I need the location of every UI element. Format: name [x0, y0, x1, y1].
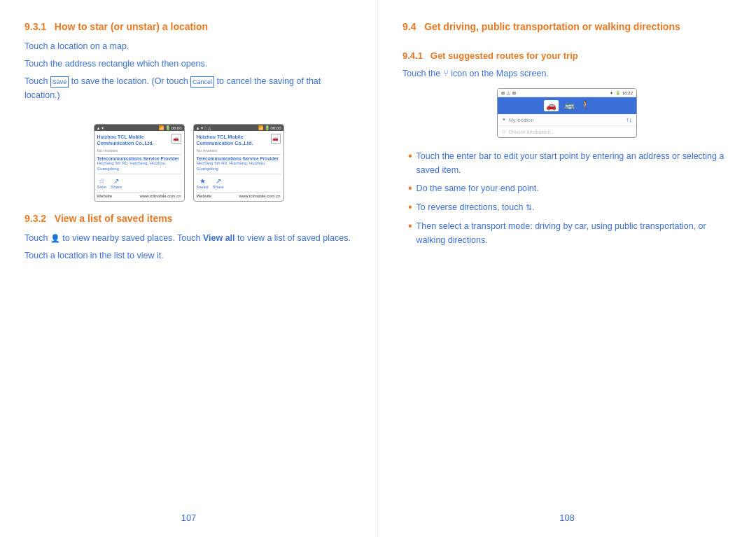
nav-status-bar: ⊠ △ ⊠ ✦ 🔋 16:22: [498, 89, 636, 97]
step-2: Touch the address rectangle which then o…: [24, 57, 353, 71]
right-page: 9.4 Get driving, public transportation o…: [378, 0, 756, 537]
bullet-2: • Do the same for your end point.: [408, 181, 732, 196]
phone-mockup-1: ▲ ▾ 📶 🔋 08:00 Huizhou TCL Mobile Communi…: [94, 124, 185, 202]
nav-destination: ○ Choose destination...: [498, 126, 636, 137]
section-931: 9.3.1 How to star (or unstar) a location…: [24, 21, 353, 106]
status-bar-2: ▲ ▾ □ △ 📶 🔋 08:00: [194, 125, 284, 131]
section-941-intro: Touch the ⑂ icon on the Maps screen.: [402, 67, 732, 81]
section-94: 9.4 Get driving, public transportation o…: [402, 21, 732, 39]
page-number-right: 108: [559, 512, 575, 523]
nav-transport-row: 🚗 🚌 🚶: [498, 97, 636, 114]
bus-transport-icon: 🚌: [564, 100, 575, 111]
step-3: Touch Save to save the location. (Or tou…: [24, 74, 353, 102]
section-941: 9.4.1 Get suggested routes for your trip…: [402, 50, 732, 251]
bullet-1: • Touch the enter bar to edit your start…: [408, 149, 732, 177]
heading-932: 9.3.2 View a list of saved items: [24, 213, 353, 224]
bullet-4: • Then select a transport mode: driving …: [408, 219, 732, 247]
step-1: Touch a location on a map.: [24, 39, 353, 53]
phone-content-1: Huizhou TCL Mobile Communication Co.,Ltd…: [94, 131, 184, 201]
heading-941: 9.4.1 Get suggested routes for your trip: [402, 50, 732, 61]
bullet-list: • Touch the enter bar to edit your start…: [408, 149, 732, 247]
heading-94: 9.4 Get driving, public transportation o…: [402, 21, 732, 32]
page-number-left: 107: [181, 512, 197, 523]
bullet-3: • To reverse directions, touch ⇅.: [408, 200, 732, 215]
phone-mockups: ▲ ▾ 📶 🔋 08:00 Huizhou TCL Mobile Communi…: [24, 124, 353, 202]
nav-mockup: ⊠ △ ⊠ ✦ 🔋 16:22 🚗 🚌 🚶 ✦ My location ↑↓: [497, 88, 637, 138]
status-bar-1: ▲ ▾ 📶 🔋 08:00: [94, 125, 184, 131]
walk-transport-icon: 🚶: [580, 100, 591, 111]
section-932-para1: Touch 👤 to view nearby saved places. Tou…: [24, 231, 353, 245]
heading-931: 9.3.1 How to star (or unstar) a location: [24, 21, 353, 32]
section-932-para2: Touch a location in the list to view it.: [24, 249, 353, 263]
nav-my-location: ✦ My location ↑↓: [498, 114, 636, 126]
section-932: 9.3.2 View a list of saved items Touch 👤…: [24, 213, 353, 266]
phone-mockup-2: ▲ ▾ □ △ 📶 🔋 08:00 Huizhou TCL Mobile Com…: [193, 124, 284, 202]
car-transport-icon: 🚗: [544, 100, 559, 111]
left-page: 9.3.1 How to star (or unstar) a location…: [0, 0, 378, 537]
phone-content-2: Huizhou TCL Mobile Communication Co.,Ltd…: [194, 131, 284, 201]
